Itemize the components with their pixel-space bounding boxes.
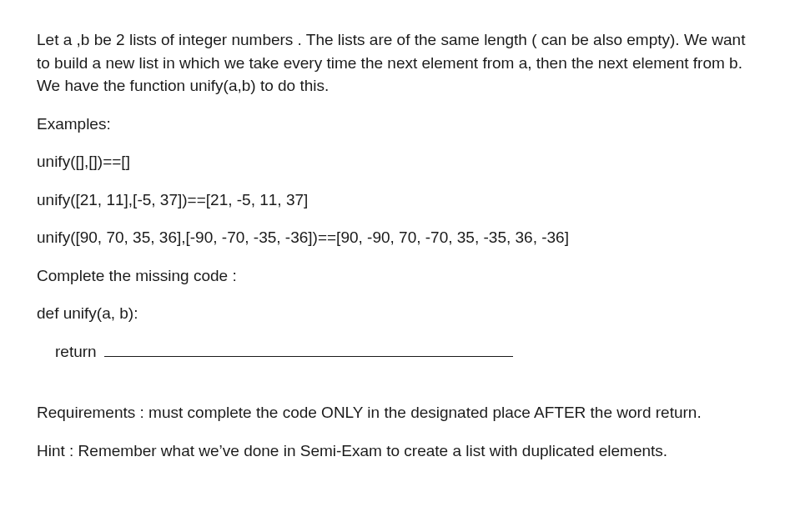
return-keyword: return [55,343,97,360]
example-3: unify([90, 70, 35, 36],[-90, -70, -35, -… [37,226,753,249]
code-def-line: def unify(a, b): [37,302,753,325]
requirements-paragraph: Requirements : must complete the code ON… [37,401,753,424]
fill-in-blank[interactable] [104,343,513,357]
examples-heading: Examples: [37,113,753,136]
hint-paragraph: Hint : Remember what we’ve done in Semi-… [37,439,753,463]
example-2: unify([21, 11],[-5, 37])==[21, -5, 11, 3… [37,188,753,212]
intro-paragraph: Let a ,b be 2 lists of integer numbers .… [37,28,753,98]
example-1: unify([],[])==[] [37,150,753,173]
complete-prompt: Complete the missing code : [37,264,753,288]
code-return-line: return [37,340,753,364]
